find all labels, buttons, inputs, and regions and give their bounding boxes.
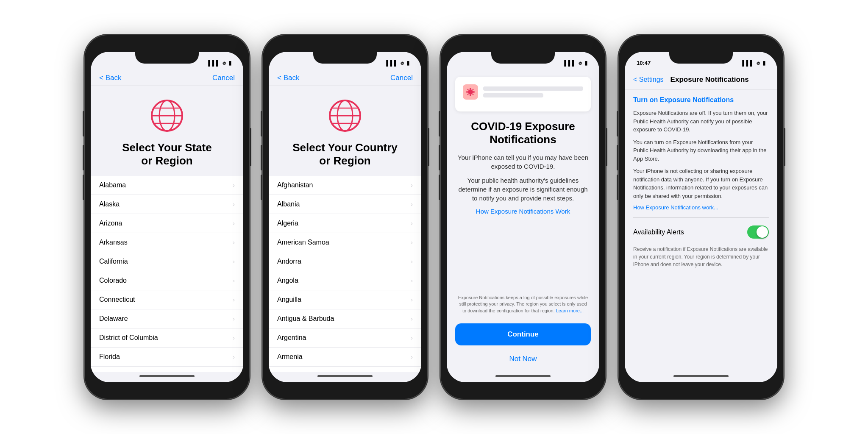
status-icons-3: ▌▌▌ ⌾ ▮ — [564, 60, 587, 66]
chevron-icon: › — [233, 334, 235, 341]
list-item[interactable]: Arizona› — [91, 214, 243, 233]
chevron-icon: › — [233, 220, 235, 227]
nav-bar-1: < Back Cancel — [91, 70, 243, 86]
continue-button[interactable]: Continue — [455, 323, 591, 345]
list-item-california[interactable]: California› — [91, 252, 243, 271]
screen-1: ▌▌▌ ⌾ ▮ < Back Cancel Select Your Stateo… — [91, 52, 243, 382]
list-item[interactable]: Colorado› — [91, 271, 243, 290]
chevron-icon: › — [233, 296, 235, 303]
signal-icon-1: ▌▌▌ — [208, 60, 220, 66]
not-now-button[interactable]: Not Now — [447, 351, 599, 367]
availability-label: Availability Alerts — [633, 228, 684, 236]
chevron-icon: › — [233, 315, 235, 322]
list-item[interactable]: Connecticut› — [91, 290, 243, 309]
svg-point-15 — [467, 89, 469, 90]
list-item[interactable]: Alabama› — [91, 176, 243, 195]
signal-icon-2: ▌▌▌ — [386, 60, 398, 66]
phone-state-select: ▌▌▌ ⌾ ▮ < Back Cancel Select Your Stateo… — [84, 35, 250, 399]
battery-icon-4: ▮ — [762, 60, 765, 66]
list-item[interactable]: American Samoa› — [269, 233, 421, 252]
availability-toggle[interactable] — [747, 225, 769, 239]
chevron-icon: › — [411, 182, 413, 189]
doc-lines — [483, 86, 583, 97]
settings-desc-1: Exposure Notifications are off. If you t… — [633, 109, 769, 134]
svg-point-16 — [473, 89, 474, 90]
status-icons-4: ▌▌▌ ⌾ ▮ — [742, 60, 765, 66]
covid-body: COVID-19 Exposure Notifications Your iPh… — [447, 70, 599, 382]
list-item[interactable]: Delaware› — [91, 309, 243, 328]
phones-container: ▌▌▌ ⌾ ▮ < Back Cancel Select Your Stateo… — [76, 26, 792, 408]
chevron-icon: › — [411, 220, 413, 227]
wifi-icon-2: ⌾ — [401, 60, 404, 66]
chevron-icon: › — [233, 182, 235, 189]
settings-page-title: Exposure Notifications — [670, 75, 749, 84]
status-icons-1: ▌▌▌ ⌾ ▮ — [208, 60, 231, 66]
svg-point-18 — [473, 94, 474, 95]
settings-content: Turn on Exposure Notifications Exposure … — [625, 89, 777, 372]
nav-bar-2: < Back Cancel — [269, 70, 421, 86]
covid-subtitle-1: Your iPhone can tell you if you may have… — [457, 153, 589, 171]
chevron-icon: › — [233, 201, 235, 208]
chevron-icon: › — [411, 239, 413, 246]
covid-how-link[interactable]: How Exposure Notifications Work — [457, 208, 589, 215]
list-item[interactable]: Algeria› — [269, 214, 421, 233]
virus-icon — [466, 87, 475, 97]
how-notifications-link[interactable]: How Exposure Notifications work... — [633, 204, 769, 211]
list-item[interactable]: Alaska› — [91, 195, 243, 214]
globe-container-1 — [91, 99, 243, 133]
signal-icon-3: ▌▌▌ — [564, 60, 576, 66]
list-item[interactable]: Aruba› — [269, 367, 421, 372]
chevron-icon: › — [411, 315, 413, 322]
screen-2: ▌▌▌ ⌾ ▮ < Back Cancel Select Your Countr… — [269, 52, 421, 382]
phone-settings: 10:47 ▌▌▌ ⌾ ▮ < Settings Exposure Notifi… — [618, 35, 784, 399]
chevron-icon: › — [233, 239, 235, 246]
screen-3: ▌▌▌ ⌾ ▮ — [447, 52, 599, 382]
chevron-icon: › — [411, 258, 413, 265]
settings-header: < Settings Exposure Notifications — [625, 70, 777, 89]
home-indicator-2 — [317, 375, 373, 377]
covid-main: COVID-19 Exposure Notifications Your iPh… — [447, 116, 599, 323]
back-button-2[interactable]: < Back — [277, 74, 299, 82]
list-item[interactable]: Georgia› — [91, 367, 243, 372]
chevron-icon: › — [411, 296, 413, 303]
notch-4 — [669, 52, 733, 64]
settings-desc-2: You can turn on Exposure Notifications f… — [633, 138, 769, 163]
settings-back-button[interactable]: < Settings — [633, 76, 664, 83]
list-item[interactable]: Antigua & Barbuda› — [269, 309, 421, 328]
home-indicator-3 — [495, 375, 551, 377]
covid-footer-text: Exposure Notifications keeps a log of po… — [457, 295, 589, 319]
globe-container-2 — [269, 99, 421, 133]
list-item[interactable]: Albania› — [269, 195, 421, 214]
wifi-icon-1: ⌾ — [223, 60, 226, 66]
list-item[interactable]: Anguilla› — [269, 290, 421, 309]
list-item[interactable]: Angola› — [269, 271, 421, 290]
list-item[interactable]: Arkansas› — [91, 233, 243, 252]
notch-1 — [135, 52, 199, 64]
svg-point-10 — [468, 89, 473, 95]
list-item[interactable]: Argentina› — [269, 328, 421, 348]
doc-line — [483, 86, 583, 91]
screen-title-2: Select Your Countryor Region — [269, 141, 421, 167]
cancel-button-1[interactable]: Cancel — [212, 74, 235, 82]
chevron-icon: › — [411, 277, 413, 284]
list-item[interactable]: Afghanistan› — [269, 176, 421, 195]
list-item[interactable]: Florida› — [91, 348, 243, 367]
doc-icon — [463, 84, 478, 100]
list-item[interactable]: Armenia› — [269, 348, 421, 367]
status-icons-2: ▌▌▌ ⌾ ▮ — [386, 60, 409, 66]
turn-on-link[interactable]: Turn on Exposure Notifications — [633, 96, 769, 104]
back-button-1[interactable]: < Back — [99, 74, 121, 82]
covid-footer-link[interactable]: Learn more... — [556, 308, 584, 313]
cancel-button-2[interactable]: Cancel — [390, 74, 413, 82]
svg-point-13 — [466, 91, 468, 93]
svg-point-12 — [470, 95, 471, 96]
phone-country-select: ▌▌▌ ⌾ ▮ < Back Cancel Select Your Countr… — [262, 35, 428, 399]
globe-icon-2 — [328, 99, 362, 133]
list-item[interactable]: Andorra› — [269, 252, 421, 271]
wifi-icon-3: ⌾ — [579, 60, 582, 66]
list-item-dc[interactable]: District of Columbia› — [91, 328, 243, 348]
screen-title-1: Select Your Stateor Region — [91, 141, 243, 167]
svg-point-17 — [467, 94, 469, 95]
state-list: Alabama› Alaska› Arizona› Arkansas› Cali… — [91, 176, 243, 372]
country-list: Afghanistan› Albania› Algeria› American … — [269, 176, 421, 372]
